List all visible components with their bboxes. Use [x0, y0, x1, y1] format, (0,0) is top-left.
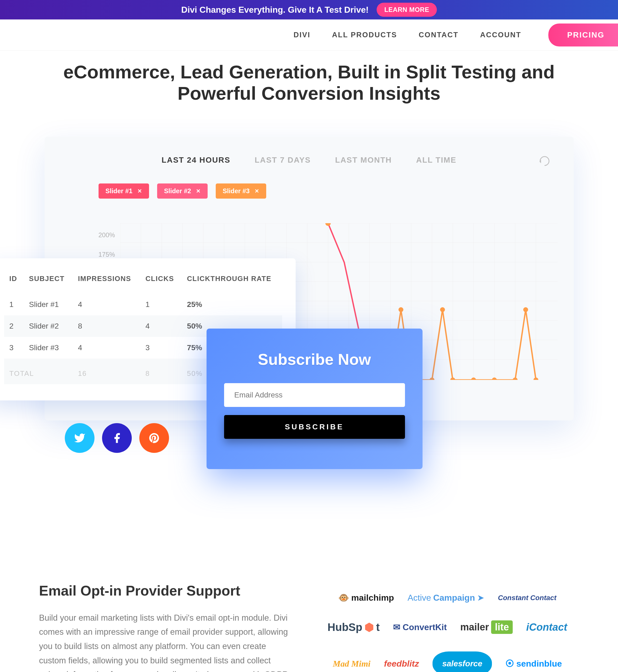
cell-impressions: 8	[73, 315, 140, 337]
cell-subject: Slider #1	[23, 294, 72, 315]
banner-learn-more-button[interactable]: LEARN MORE	[377, 3, 436, 17]
chip-slider-2[interactable]: Slider #2✕	[157, 183, 208, 198]
close-icon[interactable]: ✕	[137, 188, 142, 194]
cell-id: 3	[4, 337, 24, 358]
table-row: 1 Slider #1 4 1 25%	[4, 294, 282, 315]
logo-feedblitz: feedblitz	[384, 659, 419, 669]
subscribe-button[interactable]: SUBSCRIBE	[224, 415, 405, 439]
th-id: ID	[4, 274, 24, 294]
tab-all-time[interactable]: ALL TIME	[416, 156, 456, 165]
section-body: Build your email marketing lists with Di…	[39, 611, 294, 672]
th-subject: SUBJECT	[23, 274, 72, 294]
section-title: Email Opt-in Provider Support	[39, 583, 294, 599]
main-nav: DIVI ALL PRODUCTS CONTACT ACCOUNT PRICIN…	[0, 19, 618, 51]
chip-label: Slider #3	[223, 187, 250, 195]
cell-clicks: 1	[140, 294, 182, 315]
th-impressions: IMPRESSIONS	[73, 274, 140, 294]
close-icon[interactable]: ✕	[254, 188, 259, 194]
tab-last-7-days[interactable]: LAST 7 DAYS	[254, 156, 311, 165]
logo-mailchimp: 🐵 mailchimp	[338, 593, 394, 603]
subscribe-card: Subscribe Now SUBSCRIBE	[207, 329, 422, 469]
email-input[interactable]	[224, 383, 405, 407]
svg-point-36	[471, 377, 476, 380]
cell-clicks: 4	[140, 315, 182, 337]
nav-pricing-button[interactable]: PRICING	[548, 23, 618, 47]
svg-point-38	[513, 377, 518, 380]
logo-icontact: iContact	[526, 621, 567, 633]
logo-sendinblue: ⦿ sendinblue	[505, 659, 562, 669]
cell-ctr: 25%	[182, 294, 282, 315]
hero-title: eCommerce, Lead Generation, Built in Spl…	[39, 61, 579, 104]
nav-contact[interactable]: CONTACT	[419, 31, 458, 39]
close-icon[interactable]: ✕	[196, 188, 201, 194]
chip-label: Slider #1	[106, 187, 132, 195]
svg-point-40	[533, 377, 538, 380]
tab-last-month[interactable]: LAST MONTH	[335, 156, 392, 165]
facebook-icon[interactable]	[102, 423, 132, 453]
logo-constant-contact: Constant Contact	[498, 594, 556, 602]
svg-point-33	[429, 377, 434, 380]
provider-logos: 🐵 mailchimp ActiveCampaign ➤ Constant Co…	[316, 583, 579, 672]
logo-hubspot: HubSp⬢t	[327, 621, 380, 634]
svg-point-35	[450, 377, 455, 380]
th-clicks: CLICKS	[140, 274, 182, 294]
banner-text: Divi Changes Everything. Give It A Test …	[181, 5, 369, 15]
logo-salesforce: salesforce	[432, 652, 492, 672]
dashboard-mockup: LAST 24 HOURS LAST 7 DAYS LAST MONTH ALL…	[44, 137, 574, 420]
svg-point-31	[399, 307, 403, 312]
nav-account[interactable]: ACCOUNT	[480, 31, 521, 39]
cell-subject: Slider #2	[23, 315, 72, 337]
y-tick: 200%	[99, 231, 115, 251]
svg-point-34	[440, 307, 445, 312]
social-share	[65, 423, 169, 453]
nav-divi[interactable]: DIVI	[294, 31, 310, 39]
th-ctr: CLICKTHROUGH RATE	[182, 274, 282, 294]
cell-id: 1	[4, 294, 24, 315]
tab-last-24-hours[interactable]: LAST 24 HOURS	[162, 156, 230, 165]
cell-clicks: 3	[140, 337, 182, 358]
chip-slider-3[interactable]: Slider #3✕	[216, 183, 266, 198]
logo-madmimi: Mad Mimi	[333, 659, 371, 669]
twitter-icon[interactable]	[65, 423, 95, 453]
reset-icon[interactable]	[537, 154, 551, 168]
logo-convertkit: ✉ ConvertKit	[393, 622, 447, 632]
logo-activecampaign: ActiveCampaign ➤	[407, 593, 484, 603]
svg-point-29	[325, 223, 331, 226]
cell-impressions: 4	[73, 337, 140, 358]
nav-all-products[interactable]: ALL PRODUCTS	[332, 31, 397, 39]
cell-impressions: 4	[73, 294, 140, 315]
cell-total-clicks: 8	[140, 358, 182, 384]
subscribe-title: Subscribe Now	[224, 350, 405, 368]
cell-total-label: TOTAL	[4, 358, 73, 384]
cell-subject: Slider #3	[23, 337, 72, 358]
svg-point-37	[492, 377, 497, 380]
pinterest-icon[interactable]	[139, 423, 169, 453]
chip-slider-1[interactable]: Slider #1✕	[99, 183, 149, 198]
cell-total-impressions: 16	[73, 358, 140, 384]
svg-point-39	[523, 307, 528, 312]
chip-label: Slider #2	[164, 187, 191, 195]
logo-mailerlite: mailerlite	[460, 620, 513, 634]
cell-id: 2	[4, 315, 24, 337]
